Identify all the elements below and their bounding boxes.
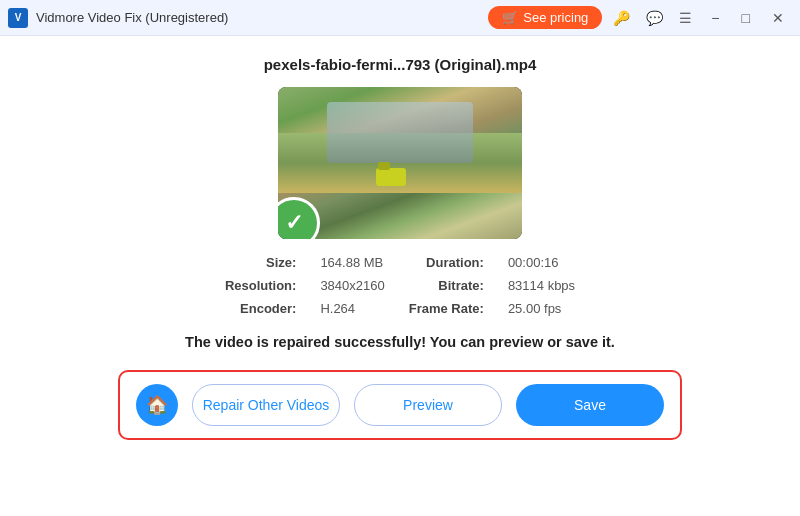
preview-button[interactable]: Preview xyxy=(354,384,502,426)
key-icon[interactable]: 🔑 xyxy=(608,8,635,28)
action-bar: 🏠 Repair Other Videos Preview Save xyxy=(118,370,682,440)
main-content: pexels-fabio-fermi...793 (Original).mp4 … xyxy=(0,36,800,516)
chat-icon[interactable]: 💬 xyxy=(641,8,668,28)
maximize-button[interactable]: □ xyxy=(734,10,758,26)
bitrate-label: Bitrate: xyxy=(409,278,484,293)
home-icon: 🏠 xyxy=(146,394,168,416)
encoder-value: H.264 xyxy=(320,301,384,316)
encoder-label: Encoder: xyxy=(225,301,297,316)
see-pricing-button[interactable]: 🛒 See pricing xyxy=(488,6,602,29)
success-message: The video is repaired successfully! You … xyxy=(185,334,615,350)
video-thumbnail-container: ✓ xyxy=(278,87,522,239)
bitrate-value: 83114 kbps xyxy=(508,278,575,293)
minimize-button[interactable]: − xyxy=(703,10,727,26)
title-bar-right: 🛒 See pricing 🔑 💬 ☰ − □ ✕ xyxy=(488,6,792,29)
title-bar: V Vidmore Video Fix (Unregistered) 🛒 See… xyxy=(0,0,800,36)
app-logo: V xyxy=(8,8,28,28)
see-pricing-label: See pricing xyxy=(523,10,588,25)
menu-icon[interactable]: ☰ xyxy=(674,8,697,28)
save-button[interactable]: Save xyxy=(516,384,664,426)
truck-shape xyxy=(376,168,406,186)
framerate-label: Frame Rate: xyxy=(409,301,484,316)
duration-label: Duration: xyxy=(409,255,484,270)
size-label: Size: xyxy=(225,255,297,270)
resolution-value: 3840x2160 xyxy=(320,278,384,293)
framerate-value: 25.00 fps xyxy=(508,301,575,316)
resolution-label: Resolution: xyxy=(225,278,297,293)
video-title: pexels-fabio-fermi...793 (Original).mp4 xyxy=(264,56,537,73)
home-button[interactable]: 🏠 xyxy=(136,384,178,426)
title-bar-left: V Vidmore Video Fix (Unregistered) xyxy=(8,8,228,28)
size-value: 164.88 MB xyxy=(320,255,384,270)
cart-icon: 🛒 xyxy=(502,10,518,25)
duration-value: 00:00:16 xyxy=(508,255,575,270)
close-button[interactable]: ✕ xyxy=(764,10,792,26)
video-info-grid: Size: 164.88 MB Duration: 00:00:16 Resol… xyxy=(225,255,575,316)
repair-other-button[interactable]: Repair Other Videos xyxy=(192,384,340,426)
app-title: Vidmore Video Fix (Unregistered) xyxy=(36,10,228,25)
